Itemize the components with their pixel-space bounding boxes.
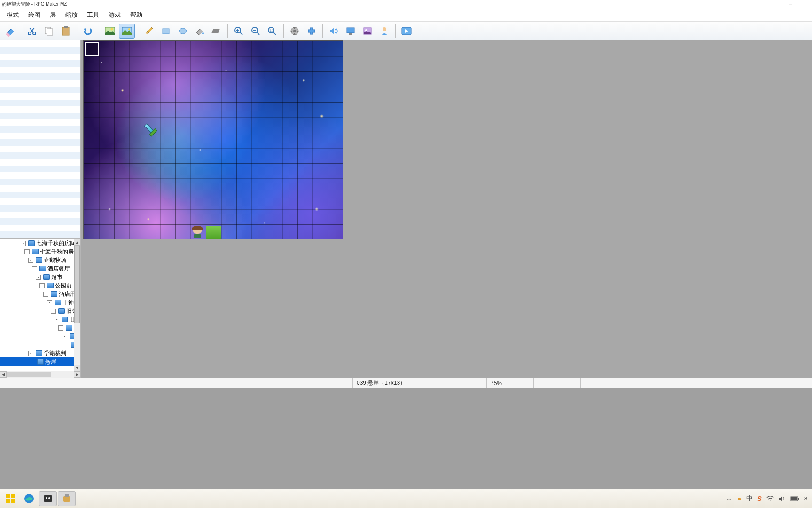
tree-label: 酒店用 xyxy=(59,290,76,298)
menu-layer[interactable]: 层 xyxy=(45,9,61,21)
map-grid xyxy=(84,41,343,239)
copy-icon[interactable] xyxy=(41,24,57,39)
battery-icon[interactable] xyxy=(790,496,800,501)
menu-mode[interactable]: 模式 xyxy=(2,9,23,21)
tree-item[interactable]: -派 xyxy=(0,324,80,332)
app2-icon[interactable] xyxy=(58,491,76,506)
character-sprite[interactable] xyxy=(191,226,204,239)
ellipse-icon[interactable] xyxy=(175,24,191,39)
tree-item[interactable]: -企鹅牧场 xyxy=(0,256,80,264)
tree-toggle[interactable]: - xyxy=(51,309,56,314)
tree-toggle[interactable]: - xyxy=(28,258,33,263)
eraser-icon[interactable] xyxy=(2,24,18,39)
rectangle-icon[interactable] xyxy=(158,24,174,39)
menu-draw[interactable]: 绘图 xyxy=(23,9,45,21)
zoom-reset-icon[interactable]: 1:1 xyxy=(265,24,281,39)
tree-label: 七海千秋的房间 xyxy=(36,239,76,247)
mic-icon[interactable]: ● xyxy=(737,495,741,502)
sogou-icon[interactable]: S xyxy=(757,495,762,502)
svg-rect-30 xyxy=(44,495,52,502)
volume-icon[interactable] xyxy=(779,496,786,502)
tileset-panel[interactable] xyxy=(0,40,80,239)
undo-icon[interactable] xyxy=(80,24,96,39)
scroll-left-button[interactable]: ◀ xyxy=(0,371,7,378)
scroll-thumb-horizontal[interactable] xyxy=(7,372,51,377)
tree-item[interactable]: -酒店餐厅 xyxy=(0,264,80,273)
menu-game[interactable]: 游戏 xyxy=(104,9,125,21)
tree-toggle[interactable]: - xyxy=(36,275,41,280)
map-icon xyxy=(39,266,46,271)
tree-item[interactable]: -十神白 xyxy=(0,298,80,307)
tree-item[interactable]: -七海千秋的房 xyxy=(0,247,80,256)
picture-icon[interactable] xyxy=(359,24,375,39)
tree-item[interactable] xyxy=(0,341,80,349)
scroll-up-button[interactable]: ▲ xyxy=(74,239,80,246)
time-hint[interactable]: 8 xyxy=(804,496,807,501)
edge-icon[interactable] xyxy=(20,491,38,506)
close-button[interactable] xyxy=(797,0,810,8)
tree-item[interactable]: -七海千秋的房间 xyxy=(0,239,80,247)
database-icon[interactable] xyxy=(287,24,303,39)
tree-item[interactable]: -旧馆 xyxy=(0,307,80,315)
tree-toggle[interactable]: - xyxy=(43,292,48,297)
toolbar: 1:1 xyxy=(0,22,812,40)
menu-zoom[interactable]: 缩放 xyxy=(61,9,82,21)
svg-rect-5 xyxy=(64,26,68,28)
scroll-right-button[interactable]: ▶ xyxy=(74,371,80,378)
tree-item[interactable]: 悬崖 xyxy=(0,357,80,366)
plugin-icon[interactable] xyxy=(304,24,320,39)
map-canvas[interactable] xyxy=(83,40,343,239)
image-icon[interactable] xyxy=(102,24,118,39)
tree-toggle[interactable]: - xyxy=(24,249,30,254)
tree-toggle[interactable]: - xyxy=(55,317,59,322)
app1-icon[interactable] xyxy=(39,491,57,506)
map-icon xyxy=(36,257,42,263)
monitor-icon[interactable] xyxy=(343,24,359,39)
tile-cursor[interactable] xyxy=(85,42,99,56)
minimize-button[interactable]: ─ xyxy=(784,0,797,8)
tree-item[interactable]: -酒店用 xyxy=(0,290,80,298)
character-icon[interactable] xyxy=(376,24,392,39)
tree-toggle[interactable]: - xyxy=(21,241,26,246)
scroll-thumb-vertical[interactable] xyxy=(74,246,80,323)
svg-rect-36 xyxy=(798,498,799,500)
menu-help[interactable]: 帮助 xyxy=(125,9,147,21)
tree-label: 七海千秋的房 xyxy=(40,248,74,256)
scroll-down-button[interactable]: ▼ xyxy=(74,365,80,371)
tree-item[interactable]: -旧馆 xyxy=(0,315,80,324)
tree-toggle[interactable]: - xyxy=(58,325,63,331)
start-icon[interactable] xyxy=(1,491,19,506)
zoom-in-icon[interactable] xyxy=(231,24,247,39)
tree-toggle[interactable]: - xyxy=(28,351,33,356)
tree-toggle[interactable]: - xyxy=(47,300,52,305)
shadow-icon[interactable] xyxy=(209,24,225,39)
scissors-icon[interactable] xyxy=(24,24,40,39)
sound-icon[interactable] xyxy=(326,24,342,39)
canvas-area[interactable] xyxy=(81,40,812,378)
tree-item[interactable]: - xyxy=(0,332,80,341)
tree-toggle[interactable]: - xyxy=(32,266,37,271)
green-tile[interactable] xyxy=(206,226,221,239)
fill-icon[interactable] xyxy=(192,24,208,39)
tree-toggle[interactable]: - xyxy=(62,334,67,339)
play-icon[interactable] xyxy=(398,24,414,39)
chevron-up-icon[interactable]: ︿ xyxy=(726,494,733,503)
wifi-icon[interactable] xyxy=(766,496,774,501)
map-icon xyxy=(47,283,54,288)
tree-item[interactable]: -超市 xyxy=(0,273,80,281)
tree-item[interactable]: -学籍裁判 xyxy=(0,349,80,357)
tree-scrollbar-vertical[interactable]: ▲ ▼ xyxy=(74,239,80,371)
zoom-out-icon[interactable] xyxy=(248,24,264,39)
ime-icon[interactable]: 中 xyxy=(746,494,753,503)
svg-point-7 xyxy=(111,28,113,30)
terrain-icon[interactable] xyxy=(119,24,135,39)
statusbar: 039:悬崖（17x13） 75% xyxy=(0,378,812,388)
left-panel: -七海千秋的房间-七海千秋的房-企鹅牧场-酒店餐厅-超市-公园前-酒店用-十神白… xyxy=(0,40,81,378)
tree-item[interactable]: -公园前 xyxy=(0,281,80,290)
pencil-icon[interactable] xyxy=(141,24,157,39)
tree-toggle[interactable]: - xyxy=(39,283,45,288)
menu-tools[interactable]: 工具 xyxy=(82,9,104,21)
toolbar-separator xyxy=(395,24,396,38)
paste-icon[interactable] xyxy=(58,24,74,39)
tree-scrollbar-horizontal[interactable]: ◀ ▶ xyxy=(0,371,80,378)
